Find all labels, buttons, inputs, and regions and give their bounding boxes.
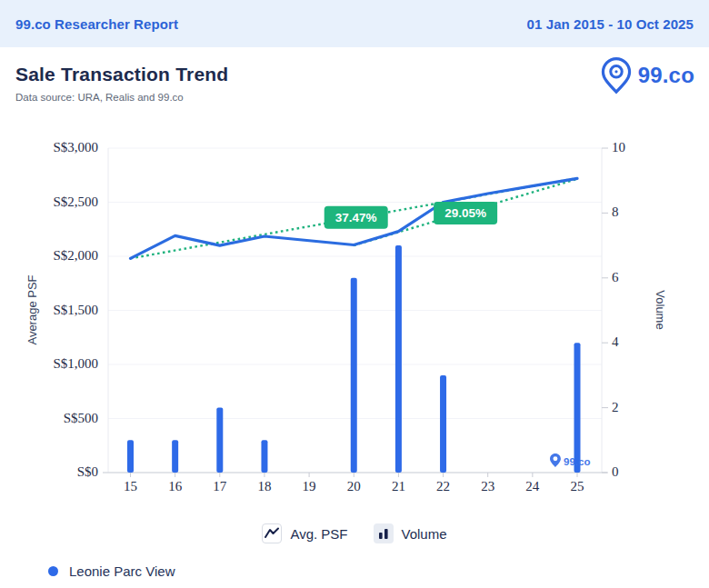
watermark-99co: 99.co xyxy=(550,453,590,467)
right-axis-tick-label: 4 xyxy=(612,334,643,350)
x-axis-tick-label: 18 xyxy=(243,479,286,494)
volume-bar[interactable] xyxy=(172,440,178,473)
volume-bar[interactable] xyxy=(216,408,223,473)
x-axis-tick-label: 22 xyxy=(422,479,465,494)
left-axis-tick-label: S$1,000 xyxy=(33,356,98,372)
x-axis-tick-label: 17 xyxy=(198,479,242,494)
bar-chart-icon xyxy=(374,523,394,543)
x-axis-tick-label: 16 xyxy=(154,479,197,494)
x-axis-tick-label: 23 xyxy=(466,479,510,494)
series-color-dot xyxy=(48,566,58,576)
left-axis-tick-label: S$2,500 xyxy=(33,194,98,210)
right-axis-tick-label: 2 xyxy=(612,400,643,415)
x-axis-tick-label: 19 xyxy=(287,479,331,494)
legend-label: Volume xyxy=(402,526,447,542)
volume-bar[interactable] xyxy=(261,440,267,473)
report-page: 99.co Researcher Report 01 Jan 2015 - 10… xyxy=(0,0,709,588)
watermark-text: 99.co xyxy=(564,456,590,467)
left-axis-tick-label: S$2,000 xyxy=(33,248,98,264)
legend-item-avg-psf[interactable]: Avg. PSF xyxy=(262,523,347,543)
volume-bar[interactable] xyxy=(395,245,402,473)
trend-percent-label: 37.47% xyxy=(335,211,377,224)
x-axis-tick-label: 24 xyxy=(511,479,554,494)
legend-label: Avg. PSF xyxy=(290,526,347,542)
x-axis-tick-label: 25 xyxy=(555,479,599,494)
line-chart-icon xyxy=(262,523,282,543)
left-axis-tick-label: S$500 xyxy=(33,411,98,426)
x-axis-tick-label: 15 xyxy=(109,479,153,494)
right-axis-tick-label: 8 xyxy=(612,204,643,220)
volume-bar[interactable] xyxy=(574,343,581,473)
x-axis-tick-label: 21 xyxy=(376,479,420,494)
right-axis-tick-label: 10 xyxy=(612,140,643,155)
left-axis-tick-label: S$0 xyxy=(33,464,98,480)
sale-transaction-trend-chart: 37.47%29.05%99.co xyxy=(0,0,709,588)
trend-percent-label: 29.05% xyxy=(444,206,486,220)
volume-bar[interactable] xyxy=(351,278,357,473)
legend-item-volume[interactable]: Volume xyxy=(374,523,447,543)
volume-bar[interactable] xyxy=(127,440,134,473)
series-item-leonie-parc-view[interactable]: Leonie Parc View xyxy=(48,563,175,579)
left-axis-title: Average PSF xyxy=(25,255,40,364)
right-axis-tick-label: 0 xyxy=(612,464,643,480)
left-axis-tick-label: S$3,000 xyxy=(33,140,98,155)
x-axis-tick-label: 20 xyxy=(332,479,375,494)
right-axis-title: Volume xyxy=(653,255,667,364)
right-axis-tick-label: 6 xyxy=(612,270,643,285)
left-axis-tick-label: S$1,500 xyxy=(33,303,98,318)
volume-bar[interactable] xyxy=(440,375,446,473)
series-name-label: Leonie Parc View xyxy=(69,563,175,579)
chart-legend: Avg. PSF Volume xyxy=(0,523,709,543)
